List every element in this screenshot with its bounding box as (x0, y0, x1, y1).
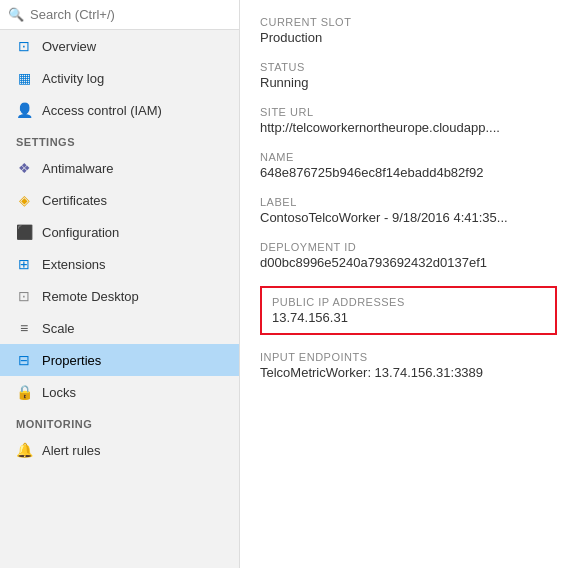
alert-rules-icon: 🔔 (16, 442, 32, 458)
search-input[interactable] (30, 7, 231, 22)
certificates-icon: ◈ (16, 192, 32, 208)
nav-access-control[interactable]: 👤 Access control (IAM) (0, 94, 239, 126)
nav-remote-desktop-label: Remote Desktop (42, 289, 139, 304)
deployment-id-row: DEPLOYMENT ID d00bc8996e5240a793692432d0… (260, 241, 557, 270)
nav-scale-label: Scale (42, 321, 75, 336)
sidebar: 🔍 ⊡ Overview ▦ Activity log 👤 Access con… (0, 0, 240, 568)
nav-antimalware-label: Antimalware (42, 161, 114, 176)
nav-scale[interactable]: ≡ Scale (0, 312, 239, 344)
status-label: STATUS (260, 61, 557, 73)
nav-configuration[interactable]: ⬛ Configuration (0, 216, 239, 248)
nav-certificates-label: Certificates (42, 193, 107, 208)
nav-activity-log[interactable]: ▦ Activity log (0, 62, 239, 94)
properties-icon: ⊟ (16, 352, 32, 368)
nav-alert-rules[interactable]: 🔔 Alert rules (0, 434, 239, 466)
nav-certificates[interactable]: ◈ Certificates (0, 184, 239, 216)
input-endpoints-label: INPUT ENDPOINTS (260, 351, 557, 363)
search-bar[interactable]: 🔍 (0, 0, 239, 30)
label-label: LABEL (260, 196, 557, 208)
status-value: Running (260, 75, 557, 90)
nav-activity-log-label: Activity log (42, 71, 104, 86)
label-value: ContosoTelcoWorker - 9/18/2016 4:41:35..… (260, 210, 557, 225)
site-url-value: http://telcoworkernortheurope.cloudapp..… (260, 120, 557, 135)
scale-icon: ≡ (16, 320, 32, 336)
nav-antimalware[interactable]: ❖ Antimalware (0, 152, 239, 184)
main-content: CURRENT SLOT Production STATUS Running S… (240, 0, 577, 568)
search-icon: 🔍 (8, 7, 24, 22)
activity-log-icon: ▦ (16, 70, 32, 86)
nav-properties[interactable]: ⊟ Properties (0, 344, 239, 376)
configuration-icon: ⬛ (16, 224, 32, 240)
name-label: NAME (260, 151, 557, 163)
current-slot-label: CURRENT SLOT (260, 16, 557, 28)
public-ip-row: PUBLIC IP ADDRESSES 13.74.156.31 (260, 286, 557, 335)
antimalware-icon: ❖ (16, 160, 32, 176)
name-value: 648e876725b946ec8f14ebadd4b82f92 (260, 165, 557, 180)
site-url-row: SITE URL http://telcoworkernortheurope.c… (260, 106, 557, 135)
access-control-icon: 👤 (16, 102, 32, 118)
nav-alert-rules-label: Alert rules (42, 443, 101, 458)
monitoring-section-header: MONITORING (0, 408, 239, 434)
locks-icon: 🔒 (16, 384, 32, 400)
nav-access-control-label: Access control (IAM) (42, 103, 162, 118)
site-url-label: SITE URL (260, 106, 557, 118)
nav-configuration-label: Configuration (42, 225, 119, 240)
settings-section-header: SETTINGS (0, 126, 239, 152)
public-ip-value: 13.74.156.31 (272, 310, 545, 325)
deployment-id-label: DEPLOYMENT ID (260, 241, 557, 253)
label-row: LABEL ContosoTelcoWorker - 9/18/2016 4:4… (260, 196, 557, 225)
nav-extensions-label: Extensions (42, 257, 106, 272)
overview-icon: ⊡ (16, 38, 32, 54)
status-row: STATUS Running (260, 61, 557, 90)
public-ip-label: PUBLIC IP ADDRESSES (272, 296, 545, 308)
nav-locks[interactable]: 🔒 Locks (0, 376, 239, 408)
name-row: NAME 648e876725b946ec8f14ebadd4b82f92 (260, 151, 557, 180)
nav-overview[interactable]: ⊡ Overview (0, 30, 239, 62)
nav-overview-label: Overview (42, 39, 96, 54)
remote-desktop-icon: ⊡ (16, 288, 32, 304)
input-endpoints-row: INPUT ENDPOINTS TelcoMetricWorker: 13.74… (260, 351, 557, 380)
extensions-icon: ⊞ (16, 256, 32, 272)
nav-remote-desktop[interactable]: ⊡ Remote Desktop (0, 280, 239, 312)
nav-extensions[interactable]: ⊞ Extensions (0, 248, 239, 280)
deployment-id-value: d00bc8996e5240a793692432d0137ef1 (260, 255, 557, 270)
current-slot-row: CURRENT SLOT Production (260, 16, 557, 45)
input-endpoints-value: TelcoMetricWorker: 13.74.156.31:3389 (260, 365, 557, 380)
current-slot-value: Production (260, 30, 557, 45)
nav-locks-label: Locks (42, 385, 76, 400)
nav-properties-label: Properties (42, 353, 101, 368)
